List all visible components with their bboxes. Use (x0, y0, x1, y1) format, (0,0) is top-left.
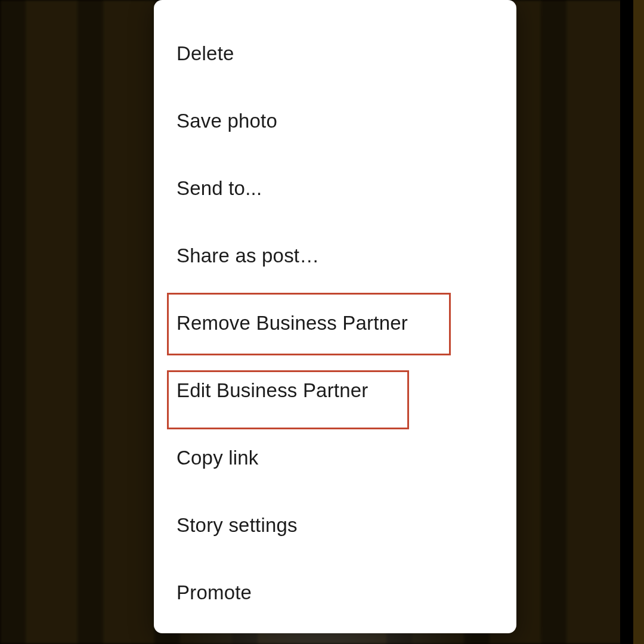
menu-item-label: Send to... (177, 178, 262, 199)
menu-item-label: Save photo (177, 110, 277, 132)
menu-item-promote[interactable]: Promote (154, 559, 516, 627)
menu-item-label: Delete (177, 43, 234, 64)
options-menu-sheet: Delete Save photo Send to... Share as po… (154, 0, 516, 633)
menu-item-share-as-post[interactable]: Share as post… (154, 222, 516, 290)
menu-item-label: Edit Business Partner (177, 380, 369, 401)
menu-item-label: Copy link (177, 447, 259, 469)
menu-item-label: Promote (177, 582, 252, 603)
menu-item-remove-business-partner[interactable]: Remove Business Partner (154, 290, 516, 357)
options-menu-list: Delete Save photo Send to... Share as po… (154, 0, 516, 627)
menu-item-copy-link[interactable]: Copy link (154, 425, 516, 492)
menu-item-save-photo[interactable]: Save photo (154, 88, 516, 155)
menu-item-label: Remove Business Partner (177, 312, 408, 334)
menu-item-story-settings[interactable]: Story settings (154, 492, 516, 559)
menu-item-label: Share as post… (177, 245, 319, 267)
menu-item-edit-business-partner[interactable]: Edit Business Partner (154, 357, 516, 425)
menu-item-delete[interactable]: Delete (154, 20, 516, 88)
menu-item-send-to[interactable]: Send to... (154, 155, 516, 222)
menu-item-label: Story settings (177, 515, 298, 536)
